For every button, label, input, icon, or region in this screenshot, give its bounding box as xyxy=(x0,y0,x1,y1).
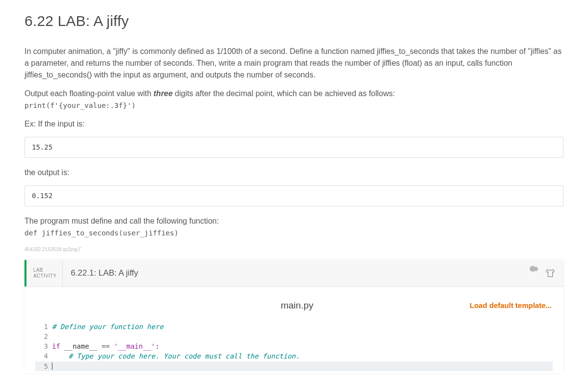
must-define-code: def jiffies_to_seconds(user_jiffies) xyxy=(24,229,178,237)
code-line-3[interactable]: 3 if __name__ == '__main__': xyxy=(35,341,553,351)
lab-body: main.py Load default template... 1 # Def… xyxy=(24,287,564,373)
code-l3-str: '__main__' xyxy=(110,342,155,350)
code-l4-indent xyxy=(52,352,69,360)
lab-badge: LAB ACTIVITY xyxy=(26,260,63,286)
format-suffix: digits after the decimal point, which ca… xyxy=(172,89,395,98)
code-l3-name: __name__ xyxy=(60,342,101,350)
code-l3-eq: == xyxy=(101,342,110,350)
format-code: print(f'{your_value:.3f}') xyxy=(24,102,136,109)
gutter-5: 5 xyxy=(35,361,52,371)
example-output-box: 0.152 xyxy=(24,185,564,206)
format-instruction: Output each floating-point value with th… xyxy=(24,88,564,111)
filename-label: main.py xyxy=(124,299,469,313)
text-cursor xyxy=(52,362,52,370)
code-line-2[interactable]: 2 xyxy=(35,332,553,341)
code-l3-colon: : xyxy=(155,342,159,350)
lab-header: LAB ACTIVITY 6.22.1: LAB: A jiffy xyxy=(24,260,564,287)
gutter-3: 3 xyxy=(35,341,52,351)
code-editor[interactable]: 1 # Define your function here 2 3 if __n… xyxy=(35,322,553,371)
code-l1-comment: # Define your function here xyxy=(52,323,164,331)
lab-activity-box: LAB ACTIVITY 6.22.1: LAB: A jiffy main.p… xyxy=(24,260,564,373)
example-output-label: the output is: xyxy=(24,167,564,179)
file-bar: main.py Load default template... xyxy=(35,297,553,322)
lab-title: 6.22.1: LAB: A jiffy xyxy=(63,260,527,286)
code-line-1[interactable]: 1 # Define your function here xyxy=(35,322,553,332)
lab-badge-line2: ACTIVITY xyxy=(33,273,56,279)
must-define-paragraph: The program must define and call the fol… xyxy=(24,215,564,239)
intro-paragraph: In computer animation, a "jiffy" is comm… xyxy=(24,46,564,81)
page-title: 6.22 LAB: A jiffy xyxy=(24,10,564,32)
gutter-1: 1 xyxy=(35,322,52,332)
code-l4-comment: # Type your code here. Your code must ca… xyxy=(69,352,300,360)
gutter-2: 2 xyxy=(35,332,52,341)
cloud-icon[interactable] xyxy=(527,269,540,278)
gutter-4: 4 xyxy=(35,351,52,361)
must-define-text: The program must define and call the fol… xyxy=(24,217,219,225)
code-line-4[interactable]: 4 # Type your code here. Your code must … xyxy=(35,351,553,361)
format-prefix: Output each floating-point value with xyxy=(24,89,153,98)
example-input-label: Ex: If the input is: xyxy=(24,118,564,130)
content-hash: 454192.2153518.qx3zqy7 xyxy=(24,246,564,253)
format-emph: three xyxy=(153,89,172,98)
code-l3-if: if xyxy=(52,342,60,350)
lab-badge-line1: LAB xyxy=(33,267,56,273)
example-input-box: 15.25 xyxy=(24,137,564,158)
code-line-5[interactable]: 5 xyxy=(35,361,553,371)
load-template-button[interactable]: Load default template... xyxy=(469,300,552,311)
shirt-icon[interactable] xyxy=(545,268,556,279)
